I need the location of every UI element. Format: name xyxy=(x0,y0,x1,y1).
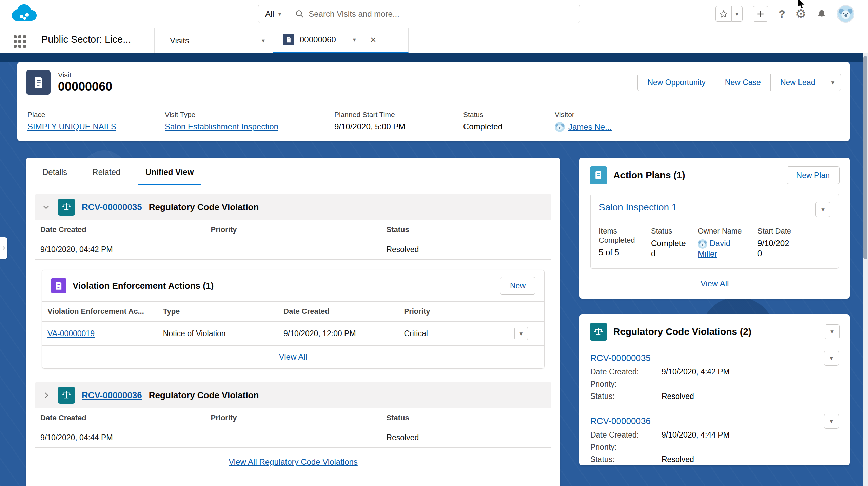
field-planned-start-label: Planned Start Time xyxy=(334,110,453,119)
nav-tab-visits[interactable]: Visits ▾ xyxy=(154,28,273,53)
violation-type-label: Regulatory Code Violation xyxy=(149,390,259,401)
sidebar: Action Plans (1) New Plan Salon Inspecti… xyxy=(579,158,850,481)
col-priority: Priority xyxy=(205,220,381,240)
enforcement-row[interactable]: VA-00000019 Notice of Violation 9/10/202… xyxy=(42,322,544,346)
plan-actions-dropdown-icon[interactable]: ▾ xyxy=(815,202,830,217)
enforcement-view-all: View All xyxy=(42,346,544,368)
enforcement-table-header: Violation Enforcement Ac... Type Date Cr… xyxy=(42,302,544,322)
violation-item-dropdown-icon[interactable]: ▾ xyxy=(824,414,839,429)
action-plans-view-all: View All xyxy=(579,269,850,299)
plan-field-owner: Owner Name David Miller xyxy=(698,226,749,259)
record-title-block: Visit 00000060 xyxy=(58,71,112,94)
help-icon[interactable]: ? xyxy=(778,8,785,19)
chevron-down-icon: ▾ xyxy=(278,11,281,18)
enforcement-record-link[interactable]: VA-00000019 xyxy=(47,329,95,338)
nav-tab-record-active[interactable]: 00000060 ▾ × xyxy=(273,28,409,53)
field-visitor-value-link[interactable]: James Ne... xyxy=(568,122,612,132)
tab-unified-view[interactable]: Unified View xyxy=(138,167,201,185)
field-status: Status Completed xyxy=(463,110,545,132)
violation-item-dropdown-icon[interactable]: ▾ xyxy=(824,351,839,366)
new-case-button[interactable]: New Case xyxy=(715,74,771,91)
row-actions-dropdown-icon[interactable]: ▾ xyxy=(514,327,528,340)
action-plans-header: Action Plans (1) New Plan xyxy=(579,158,850,191)
new-plan-button[interactable]: New Plan xyxy=(787,166,840,184)
date-created-label: Date Created: xyxy=(590,366,662,378)
search-divider xyxy=(288,5,288,23)
field-place-value-link[interactable]: SIMPLY UNIQUE NAILS xyxy=(27,122,116,131)
more-actions-dropdown-icon[interactable]: ▾ xyxy=(825,74,841,91)
priority-label: Priority: xyxy=(590,378,662,390)
status-value: Resolved xyxy=(662,453,694,465)
console-nav-bar: Public Sector: Lice... Visits ▾ 00000060… xyxy=(0,28,868,53)
owner-avatar xyxy=(698,239,707,249)
visits-tab-chevron-icon[interactable]: ▾ xyxy=(262,37,265,44)
violation-table-2-row[interactable]: 9/10/2020, 04:44 PM Resolved xyxy=(35,428,551,448)
field-visit-type-value-link[interactable]: Salon Establishment Inspection xyxy=(165,122,278,131)
plan-status-label: Status xyxy=(651,226,689,236)
cell-priority: Critical xyxy=(399,322,509,346)
app-launcher-icon[interactable] xyxy=(14,35,26,48)
favorites-star-icon[interactable] xyxy=(715,6,732,22)
collapse-section-chevron-icon[interactable] xyxy=(41,203,51,211)
vertical-scrollbar[interactable] xyxy=(863,53,868,486)
date-created-value: 9/10/2020, 4:44 PM xyxy=(662,429,730,441)
violation-type-label: Regulatory Code Violation xyxy=(149,202,259,212)
col-date-created: Date Created xyxy=(35,220,205,240)
global-search: All ▾ xyxy=(258,5,580,23)
col-priority: Priority xyxy=(205,408,381,428)
action-plan-name-link[interactable]: Salon Inspection 1 xyxy=(599,202,677,213)
enforcement-view-all-link[interactable]: View All xyxy=(279,352,308,361)
action-plan-fields: Items Completed 5 of 5 Status Completed … xyxy=(599,226,830,259)
global-add-icon[interactable] xyxy=(753,6,768,22)
view-all-violations: View All Regulatory Code Violations xyxy=(35,448,551,467)
violation-table-1-header: Date Created Priority Status xyxy=(35,220,551,240)
items-completed-label: Items Completed xyxy=(599,226,642,245)
tab-related[interactable]: Related xyxy=(85,167,128,185)
violations-panel-dropdown-icon[interactable]: ▾ xyxy=(825,324,840,339)
enforcement-new-button[interactable]: New xyxy=(500,277,535,295)
record-tab-chevron-icon[interactable]: ▾ xyxy=(353,36,356,43)
notifications-bell-icon[interactable] xyxy=(816,9,827,19)
violation-table-1-row[interactable]: 9/10/2020, 04:42 PM Resolved xyxy=(35,240,551,260)
field-planned-start-value: 9/10/2020, 5:00 PM xyxy=(334,122,453,131)
header-icon-group: ▾ ? ⚙ xyxy=(715,0,854,28)
visitor-avatar xyxy=(555,122,565,132)
priority-label: Priority: xyxy=(590,441,662,453)
enforcement-actions-title: Violation Enforcement Actions (1) xyxy=(73,281,214,291)
field-place-label: Place xyxy=(27,110,155,119)
nav-tab-record-label: 00000060 xyxy=(300,35,336,44)
owner-name-label: Owner Name xyxy=(698,226,749,236)
expand-section-chevron-icon[interactable] xyxy=(41,391,51,400)
violation-record-link[interactable]: RCV-00000035 xyxy=(590,353,651,363)
new-lead-button[interactable]: New Lead xyxy=(770,74,825,91)
action-plans-view-all-link[interactable]: View All xyxy=(701,279,729,288)
record-highlights-card: Visit 00000060 New Opportunity New Case … xyxy=(17,62,850,141)
violation-record-link[interactable]: RCV-00000036 xyxy=(590,416,651,426)
violations-panel-header: Regulatory Code Violations (2) ▾ xyxy=(579,314,850,348)
record-entity-label: Visit xyxy=(58,71,112,79)
date-created-label: Date Created: xyxy=(590,429,662,441)
search-scope-selector[interactable]: All ▾ xyxy=(258,5,288,23)
close-tab-icon[interactable]: × xyxy=(370,35,376,45)
start-date-value: 9/10/2020 xyxy=(757,238,793,259)
cell-date-created: 9/10/2020, 04:44 PM xyxy=(35,428,205,448)
new-opportunity-button[interactable]: New Opportunity xyxy=(637,74,715,91)
record-key-fields: Place SIMPLY UNIQUE NAILS Visit Type Sal… xyxy=(17,103,850,141)
scrollbar-thumb[interactable] xyxy=(863,56,867,259)
violation-record-link[interactable]: RCV-00000035 xyxy=(82,202,142,212)
left-panel-expander[interactable] xyxy=(0,237,7,259)
violation-section-header-1: RCV-00000035 Regulatory Code Violation xyxy=(35,194,551,220)
violation-table-2: Date Created Priority Status 9/10/2020, … xyxy=(35,408,551,448)
violation-record-link[interactable]: RCV-00000036 xyxy=(82,390,142,401)
action-plan-icon xyxy=(590,166,607,184)
search-input[interactable] xyxy=(309,9,580,19)
view-all-violations-link[interactable]: View All Regulatory Code Violations xyxy=(229,457,358,466)
visit-doc-icon xyxy=(283,34,294,45)
field-status-label: Status xyxy=(463,110,545,119)
tab-details[interactable]: Details xyxy=(35,167,75,185)
field-visitor: Visitor James Ne... xyxy=(555,110,612,132)
user-avatar[interactable] xyxy=(837,5,854,23)
regulatory-code-violation-icon xyxy=(58,199,75,216)
cell-status: Resolved xyxy=(381,428,551,448)
favorites-dropdown-icon[interactable]: ▾ xyxy=(732,6,743,22)
